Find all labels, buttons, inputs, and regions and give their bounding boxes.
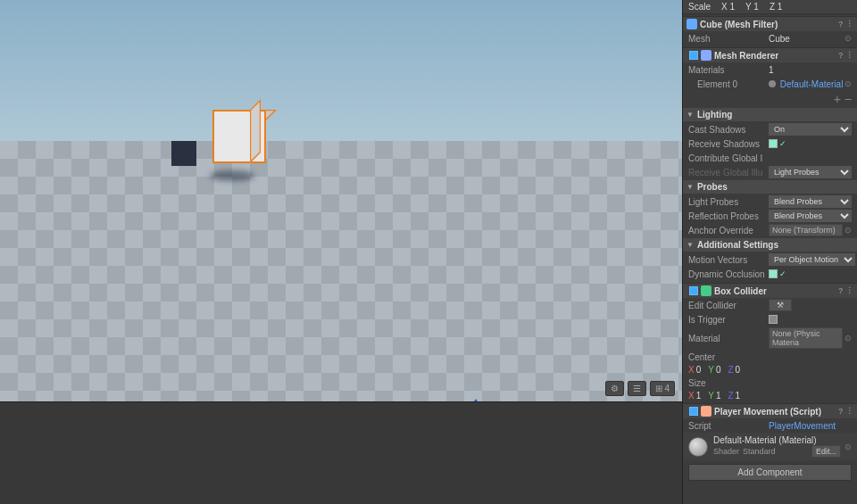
light-probes-dropdown[interactable]: Blend Probes Off: [769, 195, 852, 208]
anchor-override-value: None (Transform): [769, 224, 843, 236]
mesh-filter-header[interactable]: Cube (Mesh Filter) ? ⋮: [683, 16, 857, 31]
center-y: Y 0: [708, 365, 720, 375]
box-collider-checkbox[interactable]: [689, 286, 698, 295]
dynamic-occlusion-row: Dynamic Occlusion ✓: [683, 267, 857, 281]
collider-material-row: Material None (Physic Materia ⊙: [683, 326, 857, 350]
add-component-btn[interactable]: Add Component: [688, 464, 852, 481]
collider-material-value: None (Physic Materia: [769, 327, 843, 349]
size-x: X 1: [688, 391, 701, 401]
player-movement-header[interactable]: Player Movement (Script) ? ⋮: [683, 403, 857, 418]
center-xyz-row: X 0 Y 0 Z 0: [683, 364, 857, 376]
mesh-filter-title: Cube (Mesh Filter): [700, 20, 778, 29]
mesh-renderer-header[interactable]: Mesh Renderer ? ⋮: [683, 47, 857, 62]
shader-label: Shader: [713, 447, 739, 456]
material-info: Default-Material (Material) Shader Stand…: [713, 435, 841, 458]
mesh-value: Cube: [769, 34, 845, 44]
receive-shadows-check[interactable]: [769, 139, 778, 148]
materials-label: Materials: [688, 65, 769, 75]
is-trigger-label: Is Trigger: [688, 315, 769, 325]
script-label: Script: [688, 421, 769, 431]
contribute-gi-label: Contribute Global I: [688, 153, 769, 163]
light-probes-label: Light Probes: [688, 197, 769, 207]
mesh-select-icon[interactable]: ⊙: [845, 34, 852, 43]
selected-cube[interactable]: [205, 103, 268, 165]
receive-shadows-row: Receive Shadows ✓: [683, 136, 857, 151]
script-prop-row: Script PlayerMovement: [683, 418, 857, 433]
add-material-row[interactable]: + −: [683, 91, 857, 107]
motion-vectors-label: Motion Vectors: [688, 255, 769, 265]
edit-collider-label: Edit Collider: [688, 301, 769, 310]
receive-shadows-label: Receive Shadows: [688, 139, 769, 149]
motion-vectors-row: Motion Vectors Per Object Motion Camera …: [683, 252, 857, 267]
edit-material-btn[interactable]: Edit...: [811, 445, 841, 458]
cube-side-face: [250, 99, 261, 163]
player-movement-icon: [701, 406, 711, 417]
collider-material-icon[interactable]: ⊙: [845, 334, 852, 343]
lighting-section-header[interactable]: ▼ Lighting: [683, 108, 857, 121]
size-label: Size: [688, 378, 769, 388]
player-movement-title: Player Movement (Script): [714, 407, 821, 417]
probes-section-header[interactable]: ▼ Probes: [683, 180, 857, 194]
edit-collider-row: Edit Collider ⚒: [683, 298, 857, 312]
receive-gi-dropdown[interactable]: Light Probes Lightmaps: [769, 166, 852, 178]
center-z: Z 0: [728, 365, 740, 375]
mesh-label: Mesh: [688, 34, 769, 44]
size-z: Z 1: [728, 391, 740, 401]
mesh-renderer-title: Mesh Renderer: [714, 51, 778, 61]
reflection-probes-label: Reflection Probes: [688, 211, 769, 221]
is-trigger-check[interactable]: [769, 315, 778, 324]
scale-z: Z 1: [770, 2, 782, 12]
scene-toolbar: ⚙ ☰ ⊞ 4: [605, 381, 675, 396]
additional-settings-header[interactable]: ▼ Additional Settings: [683, 238, 857, 252]
probes-title: Probes: [697, 182, 728, 192]
receive-gi-label: Receive Global Illu: [688, 168, 769, 178]
element0-label: Element 0: [688, 79, 769, 89]
console-panel: ⚙ ☰ ⊞ 4: [0, 401, 682, 504]
player-movement-checkbox[interactable]: [689, 407, 698, 416]
cast-shadows-row: Cast Shadows On Off Two Sided Shadows On…: [683, 122, 857, 136]
materials-count: 1: [769, 65, 852, 75]
receive-shadows-checkmark: ✓: [779, 139, 786, 148]
dynamic-occlusion-check[interactable]: [769, 269, 778, 278]
scale-label: Scale: [688, 2, 711, 12]
dynamic-occlusion-checkmark: ✓: [779, 269, 786, 278]
additional-arrow: ▼: [686, 241, 694, 249]
scale-y: Y 1: [745, 2, 759, 12]
toolbar-btn-layers[interactable]: ⊞ 4: [650, 381, 675, 396]
scale-x: X 1: [721, 2, 735, 12]
edit-collider-btn[interactable]: ⚒: [769, 299, 792, 311]
remove-material-btn[interactable]: −: [845, 92, 852, 106]
add-material-btn[interactable]: +: [834, 92, 841, 106]
center-x: X 0: [688, 365, 701, 375]
toolbar-btn-1[interactable]: ⚙: [605, 381, 624, 396]
mesh-filter-actions: ? ⋮: [838, 20, 853, 29]
center-label-row: Center: [683, 350, 857, 364]
box-collider-icon: [701, 285, 711, 296]
is-trigger-row: Is Trigger: [683, 312, 857, 326]
size-label-row: Size: [683, 376, 857, 390]
box-collider-title: Box Collider: [714, 286, 767, 296]
mesh-renderer-checkbox[interactable]: [689, 51, 698, 60]
inspector-panel: Scale X 1 Y 1 Z 1 Cube (Mesh Filter) ? ⋮…: [682, 0, 857, 504]
size-y: Y 1: [708, 391, 720, 401]
material-row: Default-Material (Material) Shader Stand…: [683, 433, 857, 460]
scene-viewport[interactable]: ⚙ ☰ ⊞ 4: [0, 0, 682, 504]
mesh-prop-row: Mesh Cube ⊙: [683, 31, 857, 45]
material-name: Default-Material (Material): [713, 435, 841, 445]
lighting-title: Lighting: [697, 110, 732, 120]
receive-gi-row: Receive Global Illu Light Probes Lightma…: [683, 165, 857, 179]
material-select-icon[interactable]: ⊙: [845, 442, 852, 451]
anchor-select-icon[interactable]: ⊙: [845, 226, 852, 235]
reflection-probes-dropdown[interactable]: Blend Probes Off: [769, 210, 852, 222]
toolbar-btn-2[interactable]: ☰: [628, 381, 646, 396]
light-probes-row: Light Probes Blend Probes Off: [683, 194, 857, 209]
anchor-override-row: Anchor Override None (Transform) ⊙: [683, 223, 857, 237]
material-ball: [688, 437, 708, 457]
box-collider-header[interactable]: Box Collider ? ⋮: [683, 283, 857, 298]
shader-value: Standard: [743, 447, 776, 456]
mesh-renderer-actions: ? ⋮: [838, 51, 853, 60]
motion-vectors-dropdown[interactable]: Per Object Motion Camera Motion Force No…: [769, 253, 855, 266]
cast-shadows-dropdown[interactable]: On Off Two Sided Shadows Only: [769, 123, 852, 136]
lighting-arrow: ▼: [686, 111, 694, 119]
element0-select-icon[interactable]: ⊙: [845, 79, 852, 88]
